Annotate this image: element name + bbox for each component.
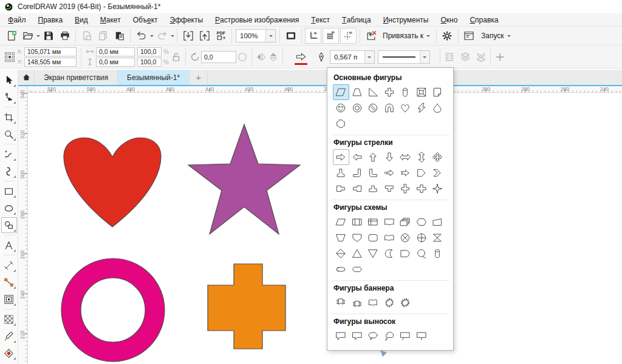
- outline-pen-icon[interactable]: [315, 51, 327, 63]
- shape-cross-wide[interactable]: [414, 181, 430, 197]
- shape-trapezoid[interactable]: [349, 84, 366, 100]
- tab-document[interactable]: Безымянный-1*: [118, 70, 190, 85]
- shape-arrow-left[interactable]: [349, 149, 366, 165]
- shape-fc-manual[interactable]: [429, 214, 446, 230]
- object-height-field[interactable]: [96, 58, 135, 67]
- vertical-ruler[interactable]: 340320300280260240220: [18, 93, 28, 364]
- pdf-export-button[interactable]: PDF: [213, 28, 229, 44]
- lock-ratio-icon[interactable]: [170, 51, 182, 63]
- shape-heart-shape[interactable]: [397, 100, 414, 116]
- shape-frame[interactable]: [414, 84, 430, 100]
- common-shapes-tool[interactable]: [1, 217, 17, 233]
- copy-button[interactable]: [95, 28, 111, 44]
- object-width-field[interactable]: [96, 47, 135, 56]
- shape-arrow-chevron[interactable]: [429, 165, 446, 181]
- menu-item-tools[interactable]: Инструменты: [377, 13, 435, 26]
- shape-arch[interactable]: [381, 100, 398, 116]
- freehand-tool[interactable]: [1, 146, 17, 162]
- to-back-button[interactable]: [475, 51, 487, 63]
- shape-tool[interactable]: [1, 89, 17, 105]
- shape-callout-oval[interactable]: [365, 328, 381, 344]
- show-rulers-button[interactable]: [305, 28, 321, 44]
- fullscreen-preview-button[interactable]: [282, 28, 299, 44]
- shape-burst-one[interactable]: [381, 295, 398, 311]
- new-tab-button[interactable]: +: [190, 70, 208, 85]
- mirror-vertical-button[interactable]: [267, 51, 279, 63]
- shape-fc-collate[interactable]: [397, 230, 414, 246]
- shape-fc-hourglass[interactable]: [429, 230, 446, 246]
- shape-fc-cylinder[interactable]: [429, 246, 446, 261]
- redo-button[interactable]: [154, 28, 170, 44]
- new-document-button[interactable]: [3, 28, 19, 44]
- undo-button[interactable]: [133, 28, 149, 44]
- mirror-horizontal-button[interactable]: [255, 51, 267, 63]
- y-position-field[interactable]: [24, 58, 77, 67]
- shape-arrow-striped[interactable]: [381, 165, 398, 181]
- shape-fc-predefined[interactable]: [349, 214, 366, 230]
- menu-item-layout[interactable]: Макет: [94, 13, 127, 26]
- shape-tab-left[interactable]: [349, 181, 366, 197]
- shape-arrow-updown[interactable]: [414, 149, 430, 165]
- shape-arrow-notched[interactable]: [397, 165, 414, 181]
- shape-parallelogram[interactable]: [333, 84, 349, 100]
- menu-item-window[interactable]: Окно: [434, 13, 463, 26]
- wrap-text-button[interactable]: [443, 51, 456, 63]
- shape-star-four[interactable]: [429, 181, 446, 197]
- print-button[interactable]: [56, 28, 73, 44]
- shape-fc-internal[interactable]: [365, 214, 381, 230]
- customize-plus-button[interactable]: [494, 51, 506, 63]
- shape-banner-flag[interactable]: [365, 295, 381, 311]
- shape-arrow-pedestal[interactable]: [333, 165, 349, 181]
- scale-vertical-field[interactable]: [137, 58, 162, 67]
- show-guidelines-button[interactable]: [340, 28, 357, 44]
- export-button[interactable]: [196, 28, 213, 44]
- open-folder-button[interactable]: [19, 28, 36, 44]
- options-gear-button[interactable]: [439, 28, 456, 44]
- shape-burst-two[interactable]: [397, 295, 414, 311]
- shape-tab-right[interactable]: [333, 181, 349, 197]
- shape-arrow-leftright[interactable]: [397, 149, 414, 165]
- shape-callout-line2[interactable]: [414, 328, 430, 344]
- shape-folded-page[interactable]: [429, 84, 446, 100]
- shape-fc-or[interactable]: [414, 230, 430, 246]
- bezier-tool[interactable]: [1, 163, 17, 179]
- shape-fc-invtrapezoid[interactable]: [333, 230, 349, 246]
- shape-fc-triangle[interactable]: [349, 246, 366, 261]
- shape-lightning[interactable]: [414, 100, 430, 116]
- ellipse-tool[interactable]: [1, 200, 17, 216]
- shape-cross[interactable]: [381, 84, 398, 100]
- line-style-dropdown[interactable]: [420, 51, 429, 63]
- shape-callout-rect[interactable]: [333, 328, 349, 344]
- shape-arrow-right[interactable]: [333, 149, 349, 165]
- shape-fc-pill[interactable]: [333, 261, 349, 277]
- contour-tool[interactable]: [1, 291, 17, 307]
- menu-item-view[interactable]: Вид: [69, 13, 94, 26]
- shape-teardrop[interactable]: [429, 100, 446, 116]
- menu-item-help[interactable]: Справка: [463, 13, 504, 26]
- rotation-angle-field[interactable]: [201, 51, 236, 63]
- shape-arrow-bent-left[interactable]: [349, 165, 366, 181]
- shape-tab-down[interactable]: [381, 181, 398, 197]
- import-button[interactable]: [180, 28, 196, 44]
- crop-tool[interactable]: [1, 109, 17, 125]
- menu-item-object[interactable]: Объект: [127, 13, 164, 26]
- launch-app-button[interactable]: [461, 28, 477, 44]
- drawing-page[interactable]: [28, 93, 622, 364]
- dimension-tool[interactable]: [1, 257, 17, 273]
- shape-donut-shape[interactable]: [349, 100, 366, 116]
- shape-badge[interactable]: [333, 116, 349, 132]
- shape-fc-delay[interactable]: [397, 246, 414, 261]
- menu-item-table[interactable]: Таблица: [336, 13, 377, 26]
- paste-button[interactable]: [111, 28, 128, 44]
- shape-fc-parallelogram[interactable]: [333, 214, 349, 230]
- shape-fc-wave[interactable]: [381, 230, 398, 246]
- eyedropper-tool[interactable]: [1, 328, 17, 344]
- shape-arrow-fourway[interactable]: [429, 149, 446, 165]
- welcome-home-button[interactable]: [18, 70, 35, 85]
- pick-tool[interactable]: [1, 72, 17, 88]
- launch-dropdown[interactable]: Запуск: [477, 32, 514, 40]
- shape-smiley[interactable]: [333, 100, 349, 116]
- snap-disabled-button[interactable]: [363, 28, 379, 44]
- shape-fc-hexlong[interactable]: [349, 261, 366, 277]
- cut-button[interactable]: [78, 28, 95, 44]
